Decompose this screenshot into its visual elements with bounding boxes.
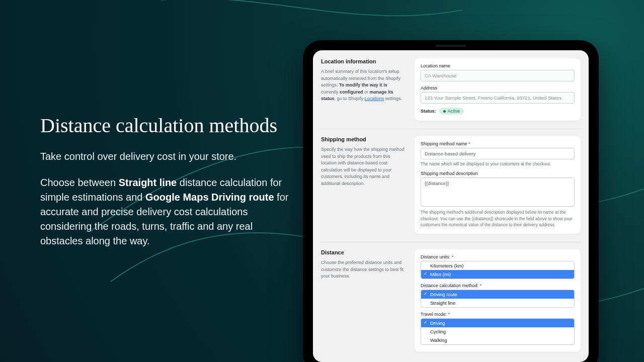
- hero-body: Choose between Straight line distance ca…: [40, 175, 292, 248]
- option[interactable]: Straight line: [421, 299, 574, 307]
- label-address: Address: [421, 85, 575, 90]
- section-desc-shipping: Specify the way how the shipping method …: [321, 146, 406, 187]
- section-desc-distance: Choose the preferred distance units and …: [321, 259, 406, 280]
- card-distance: Distance units: * Kilometers (km)Miles (…: [415, 249, 581, 352]
- section-desc-location: A brief summary of this location's setup…: [321, 68, 406, 103]
- option[interactable]: Driving route: [421, 290, 574, 299]
- select-distance-units[interactable]: Kilometers (km)Miles (mi): [421, 261, 575, 279]
- select-travel-mode[interactable]: DrivingCyclingWalking: [421, 318, 575, 345]
- input-address: [421, 92, 575, 104]
- input-method-name[interactable]: [421, 148, 575, 159]
- label-location-name: Location name: [421, 63, 575, 68]
- section-heading-distance: Distance: [321, 249, 406, 255]
- select-calc-method[interactable]: Driving routeStraight line: [421, 290, 575, 308]
- label-calc-method: Distance calculation method: *: [421, 283, 575, 288]
- option[interactable]: Kilometers (km): [421, 261, 574, 270]
- status-badge: Active: [439, 108, 464, 115]
- option[interactable]: Driving: [421, 319, 574, 327]
- hero-copy: Distance calculation methods Take contro…: [40, 115, 292, 248]
- tablet-frame: Location information A brief summary of …: [303, 40, 599, 362]
- hero-subtitle: Take control over delivery cost in your …: [40, 151, 292, 162]
- hero-title: Distance calculation methods: [40, 115, 292, 137]
- section-shipping: Shipping method Specify the way how the …: [321, 129, 581, 242]
- option[interactable]: Cycling: [421, 327, 574, 336]
- help-method-name: The name which will be displayed to your…: [421, 161, 575, 167]
- label-travel-mode: Travel mode: *: [421, 312, 575, 317]
- section-distance: Distance Choose the preferred distance u…: [321, 242, 581, 360]
- label-method-name: Shipping method name *: [421, 141, 575, 146]
- option[interactable]: Walking: [421, 336, 574, 344]
- app-screen: Location information A brief summary of …: [313, 50, 589, 362]
- section-location: Location information A brief summary of …: [321, 58, 581, 129]
- card-location: Location name Address Status: Active: [415, 58, 581, 121]
- section-heading-location: Location information: [321, 58, 406, 64]
- label-status: Status:: [421, 109, 436, 114]
- locations-link[interactable]: Locations: [365, 96, 384, 101]
- card-shipping: Shipping method name * The name which wi…: [415, 136, 581, 234]
- section-heading-shipping: Shipping method: [321, 136, 406, 142]
- label-method-desc: Shipping method description: [421, 171, 575, 176]
- help-method-desc: The shipping method's additional descrip…: [421, 209, 575, 228]
- textarea-method-desc[interactable]: [421, 177, 575, 207]
- input-location-name: [421, 70, 575, 81]
- option[interactable]: Miles (mi): [421, 270, 574, 279]
- label-distance-units: Distance units: *: [421, 254, 575, 259]
